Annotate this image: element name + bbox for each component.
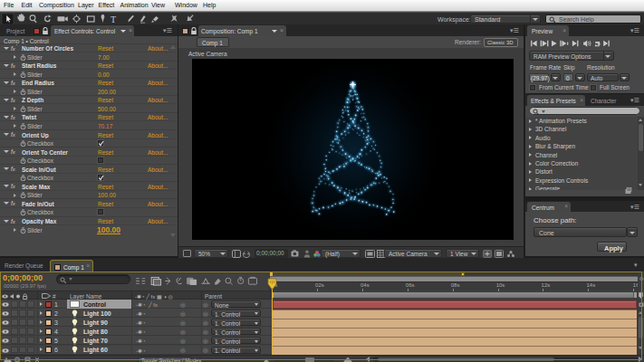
svg-text:T: T xyxy=(111,14,116,24)
